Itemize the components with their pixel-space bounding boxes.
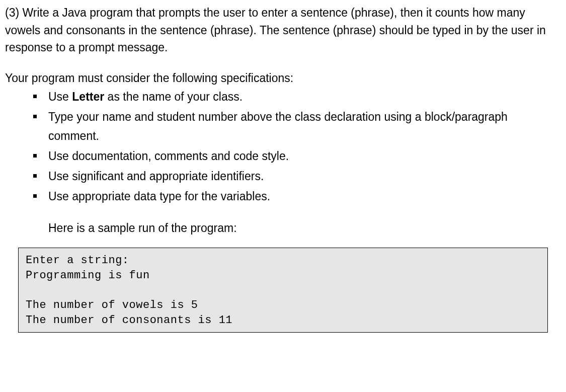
- specs-intro: Your program must consider the following…: [5, 69, 561, 87]
- sample-output-box: Enter a string: Programming is fun The n…: [18, 248, 548, 332]
- specs-list: Use Letter as the name of your class. Ty…: [5, 88, 561, 206]
- spec-text: Use documentation, comments and code sty…: [48, 149, 289, 163]
- spec-item: Use Letter as the name of your class.: [33, 88, 561, 107]
- spec-text-post: as the name of your class.: [104, 90, 242, 103]
- spec-text-pre: Use: [48, 90, 72, 103]
- spec-item: Type your name and student number above …: [33, 108, 561, 146]
- spec-item: Use documentation, comments and code sty…: [33, 147, 561, 166]
- spec-text-bold: Letter: [72, 90, 104, 103]
- spec-text: Use appropriate data type for the variab…: [48, 190, 270, 203]
- sample-run-label: Here is a sample run of the program:: [5, 219, 561, 237]
- spec-item: Use significant and appropriate identifi…: [33, 167, 561, 186]
- spec-text: Type your name and student number above …: [48, 110, 508, 142]
- spec-text: Use significant and appropriate identifi…: [48, 170, 264, 183]
- question-prompt: (3) Write a Java program that prompts th…: [5, 4, 561, 56]
- spec-item: Use appropriate data type for the variab…: [33, 187, 561, 206]
